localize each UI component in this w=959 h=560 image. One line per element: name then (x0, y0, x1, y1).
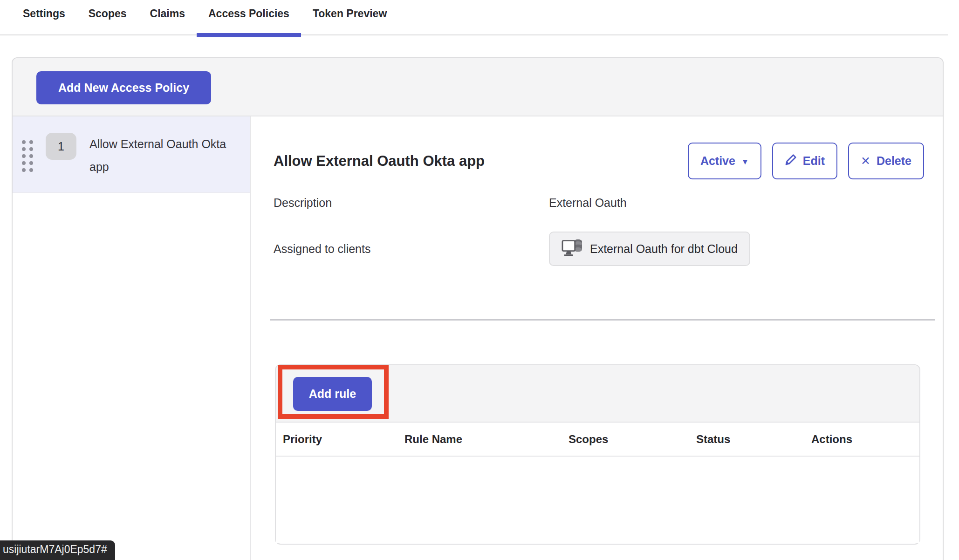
policy-detail-header: Allow External Oauth Okta app Active ▼ (274, 143, 924, 179)
access-policies-card: Add New Access Policy 1 Allow External O… (12, 57, 944, 560)
policy-order-badge: 1 (46, 133, 76, 160)
policy-list-item-selected[interactable]: 1 Allow External Oauth Okta app (13, 116, 250, 193)
client-chip[interactable]: External Oauth for dbt Cloud (549, 232, 750, 266)
rules-table-header-row: Priority Rule Name Scopes Status Actions (276, 423, 919, 457)
pencil-icon (785, 154, 797, 169)
page: Settings Scopes Claims Access Policies T… (0, 0, 959, 560)
policy-name-label: Allow External Oauth Okta app (89, 129, 229, 178)
card-toolbar: Add New Access Policy (13, 58, 943, 116)
description-label: Description (274, 196, 549, 210)
tab-token-preview[interactable]: Token Preview (301, 0, 398, 35)
policy-detail-panel: Allow External Oauth Okta app Active ▼ (251, 116, 943, 560)
assigned-clients-field-row: Assigned to clients (274, 232, 924, 266)
column-priority: Priority (283, 433, 404, 446)
edit-button[interactable]: Edit (772, 143, 837, 179)
policy-list-panel: 1 Allow External Oauth Okta app (13, 116, 251, 560)
delete-button[interactable]: ✕ Delete (848, 143, 924, 179)
column-scopes: Scopes (569, 433, 696, 446)
add-new-access-policy-button[interactable]: Add New Access Policy (36, 71, 211, 104)
client-app-icon (562, 238, 583, 260)
delete-label: Delete (877, 154, 911, 168)
section-divider (270, 319, 935, 321)
edit-label: Edit (803, 154, 825, 168)
tab-settings[interactable]: Settings (11, 0, 77, 35)
tab-claims[interactable]: Claims (138, 0, 197, 35)
rules-table-empty-body (276, 457, 919, 543)
status-label: Active (700, 154, 735, 168)
rules-table: Add rule Priority Rule Name Scopes Statu… (275, 364, 920, 545)
policy-action-buttons: Active ▼ Edit (688, 143, 924, 179)
link-preview-tooltip: usijiutarM7Aj0Ep5d7# (0, 540, 115, 560)
column-status: Status (696, 433, 811, 446)
annotation-highlight-box: Add rule (278, 365, 389, 419)
add-rule-button[interactable]: Add rule (293, 377, 372, 411)
rules-toolbar: Add rule (276, 365, 919, 423)
tab-bar: Settings Scopes Claims Access Policies T… (0, 0, 948, 35)
tab-scopes[interactable]: Scopes (77, 0, 138, 35)
close-icon: ✕ (861, 155, 870, 167)
column-rule-name: Rule Name (404, 433, 569, 446)
column-actions: Actions (811, 433, 919, 446)
status-dropdown-button[interactable]: Active ▼ (688, 143, 761, 179)
description-value: External Oauth (549, 196, 924, 210)
tab-access-policies[interactable]: Access Policies (197, 0, 301, 35)
drag-handle-icon[interactable] (22, 140, 33, 172)
card-body: 1 Allow External Oauth Okta app Allow Ex… (13, 116, 943, 560)
client-chip-label: External Oauth for dbt Cloud (590, 242, 738, 256)
assigned-clients-label: Assigned to clients (274, 242, 549, 256)
description-field-row: Description External Oauth (274, 196, 924, 210)
policy-title: Allow External Oauth Okta app (274, 151, 485, 171)
policy-fields: Description External Oauth Assigned to c… (274, 196, 924, 266)
link-preview-text: usijiutarM7Aj0Ep5d7# (3, 543, 107, 555)
chevron-down-icon: ▼ (741, 158, 749, 166)
